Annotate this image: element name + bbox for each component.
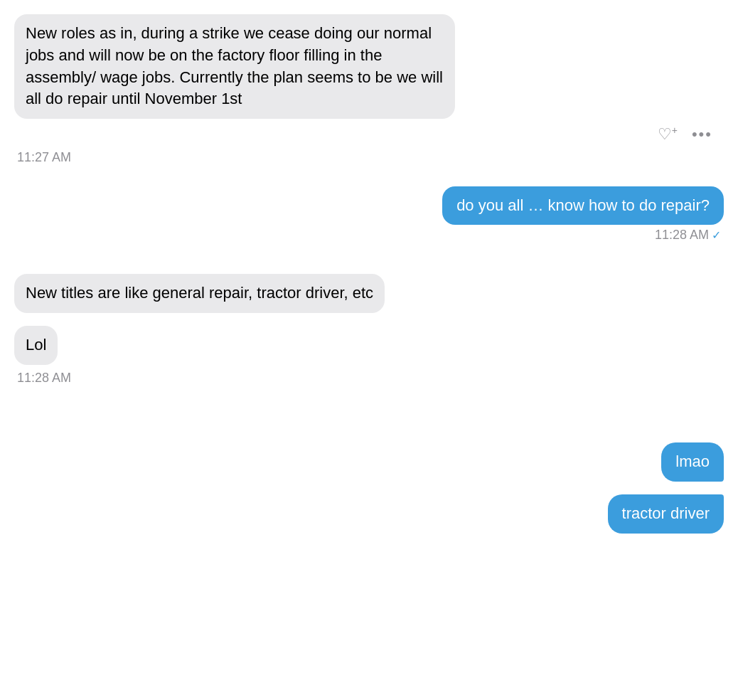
- timestamp-msg1: 11:27 AM: [17, 150, 724, 165]
- delivered-checkmark: ✓: [712, 228, 721, 242]
- message-row-incoming-1: New roles as in, during a strike we ceas…: [14, 14, 724, 119]
- bubble-incoming-3: New titles are like general repair, trac…: [14, 274, 385, 313]
- message-row-outgoing-5: lmao: [14, 442, 724, 482]
- timestamp-msg2: 11:28 AM ✓: [655, 228, 721, 243]
- bubble-incoming-1: New roles as in, during a strike we ceas…: [14, 14, 455, 119]
- more-icon[interactable]: •••: [692, 125, 712, 144]
- bubble-incoming-4: Lol: [14, 326, 58, 365]
- like-icon[interactable]: ♡+: [658, 124, 678, 144]
- timestamp-msg4: 11:28 AM: [17, 371, 724, 386]
- message-row-outgoing-2: do you all … know how to do repair? 11:2…: [14, 186, 724, 243]
- message-row-incoming-3: New titles are like general repair, trac…: [14, 274, 724, 313]
- message-row-outgoing-6: tractor driver: [14, 494, 724, 534]
- bubble-outgoing-5: lmao: [661, 442, 724, 482]
- chat-container: New roles as in, during a strike we ceas…: [0, 0, 738, 700]
- message-row-incoming-4: Lol: [14, 326, 724, 365]
- bubble-outgoing-2: do you all … know how to do repair?: [442, 186, 724, 226]
- bubble-outgoing-6: tractor driver: [608, 494, 724, 534]
